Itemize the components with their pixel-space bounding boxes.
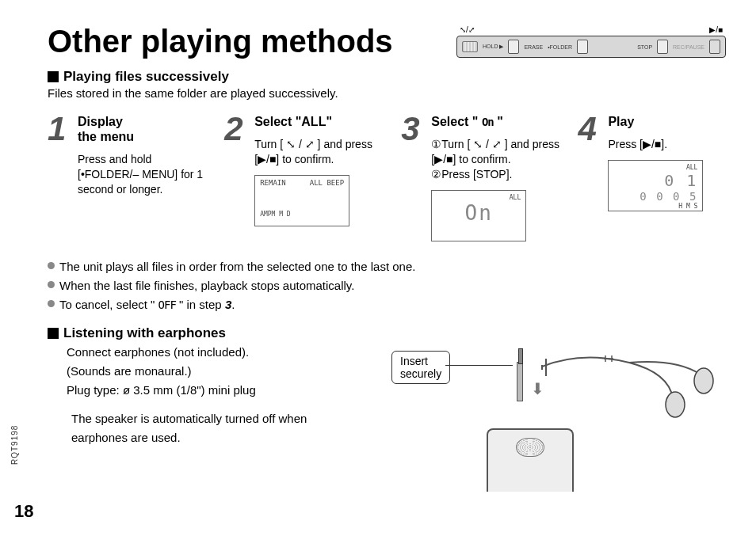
device-top-illustration: ⤡/⤢ ▶/■ HOLD ▶ ERASE •FOLDER STOP REC/PA…	[456, 25, 726, 59]
rec-button-illus	[709, 40, 720, 54]
earphone-body: Connect earphones (not included). (Sound…	[67, 343, 352, 400]
lcd-text: ALL	[686, 164, 697, 171]
lcd-big: 0 1	[613, 171, 697, 190]
notes-list: The unit plays all files in order from t…	[48, 257, 724, 314]
lcd-text: ALL	[510, 194, 521, 201]
earphones-icon	[534, 343, 724, 446]
insert-callout: Insert securely	[391, 351, 450, 384]
recpause-label: REC/PAUSE	[673, 44, 704, 50]
note-2: When the last file finishes, playback st…	[59, 276, 354, 295]
erase-label: ERASE	[524, 44, 543, 50]
note-1: The unit plays all files in order from t…	[59, 257, 415, 276]
step2-title: Select "ALL"	[254, 114, 387, 129]
section1-intro: Files stored in the same folder are play…	[48, 86, 724, 100]
page-number: 18	[14, 501, 33, 522]
lcd-step3: ALL On	[431, 190, 526, 241]
step-4: 4 Play Press [▶/■]. ALL 0 1 0 0 0 5 H M …	[578, 114, 724, 241]
step-2: 2 Select "ALL" Turn [ ⤡ / ⤢ ] and press …	[224, 114, 387, 241]
document-code: RQT9198	[10, 425, 19, 465]
folder-button-illus	[577, 40, 588, 54]
stop-label: STOP	[637, 44, 652, 50]
step-number: 2	[224, 114, 248, 241]
bullet-dot-icon	[48, 281, 55, 288]
step4-instr: Press [▶/■].	[608, 137, 703, 152]
svg-point-1	[694, 368, 713, 393]
hold-label: HOLD ▶	[483, 44, 503, 50]
plug-icon	[517, 362, 523, 401]
lcd-step4: ALL 0 1 0 0 0 5 H M S	[608, 160, 703, 211]
step2-instr: Turn [ ⤡ / ⤢ ] and press [▶/■] to confir…	[254, 137, 387, 167]
square-bullet-icon	[48, 71, 59, 82]
lcd-step2: REMAINALL BEEP AMPM M D	[254, 175, 349, 226]
lcd-time: 0 0 0 5	[613, 190, 697, 203]
folder-label: •FOLDER	[548, 44, 572, 50]
speaker-grille-icon	[462, 41, 478, 52]
joy-label: ⤡/⤢	[460, 25, 475, 34]
lcd-text: ALL BEEP	[310, 179, 344, 187]
lcd-text: REMAIN	[260, 179, 286, 187]
earphone-illustration: Insert securely ⬇	[376, 343, 724, 485]
off-glyph: OFF	[158, 298, 176, 311]
step3-title: Select " On "	[431, 114, 563, 129]
step3-instr: ①Turn [ ⤡ / ⤢ ] and press [▶/■] to confi…	[431, 137, 563, 182]
section-earphones: Listening with earphones	[48, 325, 724, 341]
section1-heading: Playing files successively	[63, 69, 229, 85]
step4-title: Play	[608, 114, 703, 129]
on-glyph: On	[482, 116, 494, 128]
step-number: 1	[48, 114, 71, 241]
stop-button-illus	[657, 40, 668, 54]
step1-title: Display the menu	[78, 114, 210, 144]
bullet-dot-icon	[48, 300, 55, 307]
erase-button-illus	[508, 40, 519, 54]
section2-heading: Listening with earphones	[63, 325, 226, 341]
svg-point-0	[666, 392, 685, 417]
note-cancel: To cancel, select " OFF " in step 3.	[59, 295, 235, 314]
bullet-dot-icon	[48, 262, 55, 269]
step1-instr: Press and hold [•FOLDER/– MENU] for 1 se…	[78, 152, 210, 197]
section-playing-files: Playing files successively	[48, 69, 724, 85]
lcd-text: AMPM M D	[260, 211, 291, 218]
earphone-note: The speaker is automatically turned off …	[71, 409, 352, 447]
callout-line	[445, 365, 513, 366]
play-stop-label: ▶/■	[709, 25, 723, 34]
lcd-units: H M S	[613, 203, 697, 210]
lcd-big: On	[437, 201, 521, 225]
step-1: 1 Display the menu Press and hold [•FOLD…	[48, 114, 210, 241]
step-number: 4	[578, 114, 601, 241]
step-3: 3 Select " On " ①Turn [ ⤡ / ⤢ ] and pres…	[401, 114, 563, 241]
square-bullet-icon	[48, 328, 59, 339]
steps-row: 1 Display the menu Press and hold [•FOLD…	[48, 114, 724, 241]
step-number: 3	[401, 114, 425, 241]
